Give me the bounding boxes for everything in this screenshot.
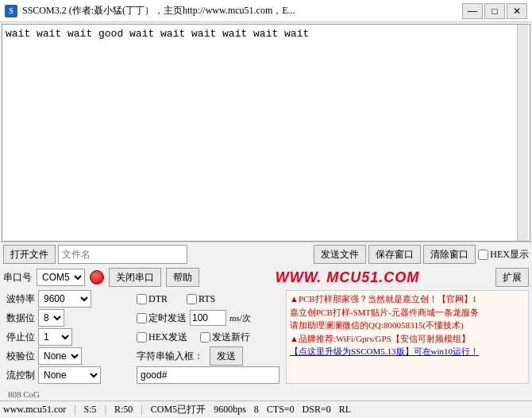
hex-display-label: HEX显示 — [490, 248, 529, 261]
ad-line2: 嘉立创PCB打样-SMT贴片-元器件商城一条龙服务 — [290, 306, 525, 319]
ad-line1: ▲PCB打样那家强？当然就是嘉立创！【官网】1 — [290, 292, 525, 306]
title-bar: S SSCOM3.2 (作者:聂小猛(丁丁），主页http://www.mcu5… — [0, 0, 532, 22]
parity-label: 校验位 — [3, 350, 35, 363]
serial-settings-left: 波特率 9600 1200 2400 4800 19200 38400 5760… — [3, 290, 130, 384]
rts-group: RTS — [187, 293, 215, 305]
newline-label: 发送新行 — [212, 331, 250, 344]
hex-display-checkbox-group: HEX显示 — [478, 248, 529, 261]
close-port-button[interactable]: 关闭串口 — [109, 268, 161, 287]
timed-send-row: 定时发送 ms/次 — [137, 309, 279, 327]
input-frame-label: 字符串输入框： — [137, 350, 203, 363]
hex-send-checkbox[interactable] — [137, 332, 147, 343]
data-bits-select[interactable]: 8 5 6 7 — [38, 309, 64, 327]
send-text-input[interactable] — [137, 366, 279, 384]
open-file-button[interactable]: 打开文件 — [3, 245, 56, 264]
hex-display-checkbox[interactable] — [478, 250, 488, 260]
app-icon: S — [5, 5, 17, 17]
stop-bits-label: 停止位 — [3, 331, 35, 344]
flow-control-label: 流控制 — [3, 369, 35, 382]
status-bar: www.mcu51.cor | S:5 | R:50 | COM5已打开 960… — [0, 401, 532, 418]
status-website: www.mcu51.cor — [3, 404, 66, 416]
close-button[interactable]: ✕ — [507, 3, 527, 19]
save-window-button[interactable]: 保存窗口 — [368, 245, 421, 264]
dtr-label: DTR — [148, 293, 168, 305]
status-r: R:50 — [114, 404, 133, 416]
newline-group: 发送新行 — [200, 331, 250, 344]
ad-line4: ▲品牌推荐:WiFi/Gprs/GPS【安信可射频模组】 — [290, 332, 525, 346]
toolbar-row1: 打开文件 发送文件 保存窗口 清除窗口 HEX显示 — [0, 242, 532, 266]
terminal-output: wait wait wait good wait wait wait wait … — [2, 24, 530, 242]
status-rl: RL — [339, 404, 351, 416]
baud-rate-select[interactable]: 9600 1200 2400 4800 19200 38400 57600 11… — [38, 290, 91, 308]
dtr-group: DTR — [137, 293, 168, 305]
stop-bits-row: 停止位 1 1.5 2 — [3, 328, 130, 346]
timed-send-checkbox[interactable] — [137, 313, 147, 323]
status-dsr: DSR=0 — [303, 404, 331, 416]
send-file-button[interactable]: 发送文件 — [314, 245, 366, 264]
baud-rate-row: 波特率 9600 1200 2400 4800 19200 38400 5760… — [3, 290, 130, 308]
parity-row: 校验位 None Odd Even — [3, 347, 130, 365]
status-baudrate: 9600bps — [214, 404, 246, 416]
port-select[interactable]: COM5 COM1 COM2 COM3 COM4 — [37, 269, 85, 286]
hex-send-row: HEX发送 发送新行 — [137, 328, 279, 346]
file-name-input[interactable] — [58, 245, 187, 264]
serial-settings-middle: DTR RTS 定时发送 ms/次 HEX发送 发送新行 — [137, 290, 279, 384]
parity-select[interactable]: None Odd Even — [38, 347, 82, 365]
data-bits-label: 数据位 — [3, 312, 35, 325]
timed-send-group: 定时发送 — [137, 312, 187, 325]
status-s: S:5 — [84, 404, 97, 416]
cog-text: 808 CoG — [3, 389, 44, 401]
flow-control-select[interactable]: None Hardware Software — [38, 366, 101, 384]
newline-checkbox[interactable] — [200, 332, 210, 343]
settings-area: 波特率 9600 1200 2400 4800 19200 38400 5760… — [0, 288, 532, 385]
timed-send-label: 定时发送 — [148, 312, 187, 325]
baud-rate-label: 波特率 — [3, 292, 35, 306]
input-frame-row: 字符串输入框： 发送 — [137, 347, 279, 365]
rts-checkbox[interactable] — [187, 294, 197, 304]
window-title: SSCOM3.2 (作者:聂小猛(丁丁），主页http://www.mcu51.… — [22, 4, 462, 17]
timed-send-input[interactable] — [190, 310, 226, 326]
minimize-button[interactable]: — — [462, 3, 483, 19]
scrollbar[interactable] — [517, 25, 528, 241]
port-status-indicator — [90, 270, 104, 284]
ad-line3: 请加助理澜澜微信的QQ:800058315(不懂技术) — [290, 319, 525, 332]
timed-send-unit: ms/次 — [229, 312, 251, 324]
clear-window-button[interactable]: 清除窗口 — [423, 245, 476, 264]
hex-send-group: HEX发送 — [137, 331, 187, 344]
terminal-content: wait wait wait good wait wait wait wait … — [6, 28, 526, 40]
expand-button[interactable]: 扩展 — [495, 268, 529, 287]
send-input-row — [137, 366, 279, 384]
toolbar-row2: 串口号 COM5 COM1 COM2 COM3 COM4 关闭串口 帮助 WWW… — [0, 266, 532, 288]
data-bits-row: 数据位 8 5 6 7 — [3, 309, 130, 327]
ad-panel: ▲PCB打样那家强？当然就是嘉立创！【官网】1 嘉立创PCB打样-SMT贴片-元… — [286, 290, 529, 384]
ad-line5[interactable]: 【点这里升级为SSCOM5.13版】可在win10运行！ — [290, 345, 525, 358]
hex-send-label: HEX发送 — [148, 331, 187, 344]
rts-label: RTS — [199, 293, 215, 305]
flow-control-row: 流控制 None Hardware Software — [3, 366, 130, 384]
maximize-button[interactable]: □ — [484, 3, 505, 19]
status-cts: CTS=0 — [267, 404, 295, 416]
status-port: COM5已打开 — [151, 403, 206, 416]
dtr-checkbox[interactable] — [137, 294, 147, 304]
mcu-logo: WWW. MCU51.COM — [204, 269, 491, 286]
stop-bits-select[interactable]: 1 1.5 2 — [38, 328, 72, 346]
help-button[interactable]: 帮助 — [166, 268, 199, 287]
port-label: 串口号 — [3, 271, 32, 284]
send-button[interactable]: 发送 — [210, 346, 243, 366]
dtr-rts-row: DTR RTS — [137, 290, 279, 308]
status-databits: 8 — [254, 404, 259, 416]
window-controls: — □ ✕ — [462, 3, 527, 19]
